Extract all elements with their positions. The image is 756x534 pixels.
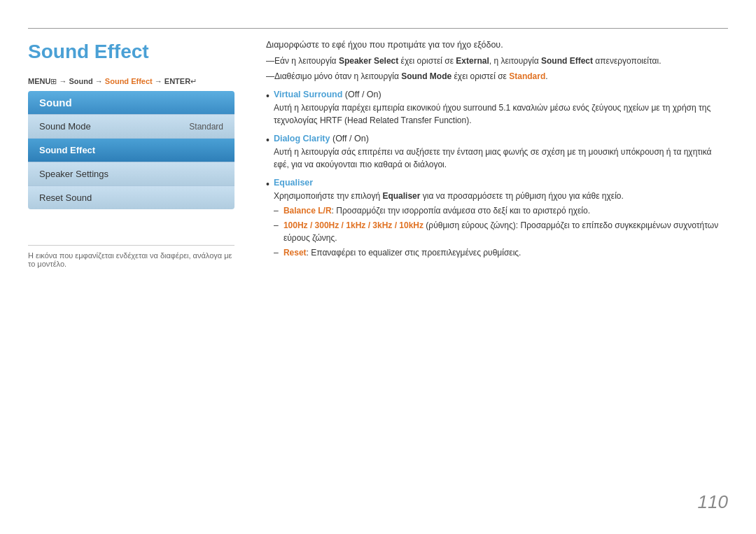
equaliser-title: Equaliser [274,178,728,188]
arrow2: → [95,77,105,85]
sound-mode-item[interactable]: Sound Mode Standard [28,114,234,138]
equaliser-content: Equaliser Χρησιμοποιήστε την επιλογή Equ… [274,178,728,259]
equaliser-desc: Χρησιμοποιήστε την επιλογή Equaliser για… [274,190,728,202]
sound-panel-header: Sound [28,91,234,114]
virtual-surround-desc: Αυτή η λειτουργία παρέχει εμπειρία εικον… [274,101,728,127]
enter-icon: ↵ [190,77,197,85]
dialog-clarity-content: Dialog Clarity (Off / On) Αυτή η λειτουρ… [274,134,728,171]
menu-path: MENU⊞ → Sound → Sound Effect → ENTER↵ [28,77,197,86]
sound-mode-label: Sound Mode [39,121,91,132]
dash-item-2: Διαθέσιμο μόνο όταν η λειτουργία Sound M… [266,70,728,83]
sound-mode-value: Standard [189,122,223,132]
arrow1: → [59,77,69,85]
right-content: Διαμορφώστε το εφέ ήχου που προτιμάτε γι… [266,38,728,266]
speaker-settings-label: Speaker Settings [39,169,108,179]
note-text: Η εικόνα που εμφανίζεται ενδέχεται να δι… [28,251,232,268]
sound-panel: Sound Sound Mode Standard Sound Effect S… [28,91,234,209]
sound-effect-label: Sound Effect [39,145,95,155]
intro-text: Διαμορφώστε το εφέ ήχου που προτιμάτε γι… [266,38,728,52]
top-divider [28,28,728,29]
sound-effect-item[interactable]: Sound Effect [28,138,234,162]
bullet-dot-1: • [266,90,270,101]
equaliser-item: • Equaliser Χρησιμοποιήστε την επιλογή E… [266,178,728,259]
reset-sound-label: Reset Sound [39,192,92,203]
equaliser-sub-1: Balance L/R: Προσαρμόζει την ισορροπία α… [274,204,728,217]
dialog-clarity-desc: Αυτή η λειτουργία σάς επιτρέπει να αυξήσ… [274,146,728,171]
arrow3: → [155,77,164,85]
dialog-clarity-item: • Dialog Clarity (Off / On) Αυτή η λειτο… [266,134,728,171]
menu-enter: ENTER [164,77,190,85]
page-number: 110 [698,491,728,513]
virtual-surround-item: • Virtual Surround (Off / On) Αυτή η λει… [266,90,728,127]
page-title: Sound Effect [28,41,149,63]
bullet-dot-2: • [266,134,270,146]
dash-item-1: Εάν η λειτουργία Speaker Select έχει ορι… [266,55,728,67]
bullet-section: • Virtual Surround (Off / On) Αυτή η λει… [266,90,728,259]
reset-sound-item[interactable]: Reset Sound [28,185,234,209]
equaliser-sub-2: 100Hz / 300Hz / 1kHz / 3kHz / 10kHz (ρύθ… [274,219,728,244]
menu-sound-effect: Sound Effect [105,77,153,85]
menu-icon: ⊞ [50,77,57,85]
equaliser-sub-3: Reset: Επαναφέρει το equalizer στις προε… [274,246,728,259]
speaker-settings-item[interactable]: Speaker Settings [28,162,234,185]
menu-sound: Sound [69,77,93,85]
dialog-clarity-title: Dialog Clarity (Off / On) [274,134,728,143]
virtual-surround-content: Virtual Surround (Off / On) Αυτή η λειτο… [274,90,728,127]
menu-prefix: MENU [28,77,50,85]
panel-note: Η εικόνα που εμφανίζεται ενδέχεται να δι… [28,245,234,268]
bullet-dot-3: • [266,178,270,190]
virtual-surround-title: Virtual Surround (Off / On) [274,90,728,99]
